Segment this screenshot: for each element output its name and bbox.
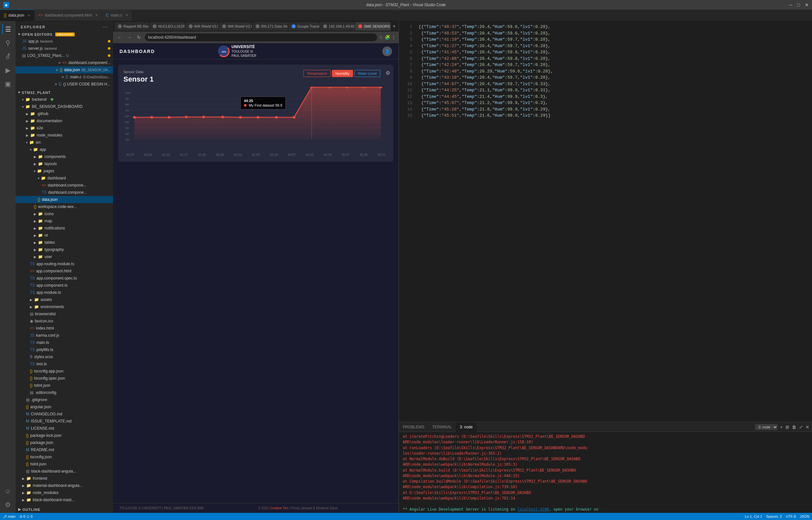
tab-close-icon[interactable]: ✕ [125, 13, 128, 17]
file-changelog[interactable]: M CHANGELOG.md [16, 411, 113, 418]
tab-data-json[interactable]: {} data.json ✕ [0, 9, 34, 21]
activity-accounts[interactable]: ☺ [2, 486, 13, 497]
file-license[interactable]: M LICENSE.md [16, 425, 113, 432]
forward-button[interactable]: → [125, 33, 133, 41]
footer-link[interactable]: Creative Tim [270, 506, 288, 510]
open-file-dashboard-html[interactable]: ✕ <> dashboard.component... [16, 59, 113, 66]
folder-black-dashboard-master[interactable]: ▶ 📁 black-dashboard-mast... [16, 496, 113, 503]
ln-col[interactable]: Ln 1, Col 1 [745, 515, 762, 518]
file-browserslist[interactable]: ▤ browserslist [16, 310, 113, 317]
back-button[interactable]: ← [116, 33, 123, 41]
open-file-log[interactable]: ▤ LOG_STM32_Plant... U [16, 52, 113, 59]
url-bar[interactable]: localhost:4200/#/dashboard [145, 33, 377, 41]
open-file-data-json[interactable]: ✕ {} data.json BE_SENSOR_DA... [16, 66, 113, 74]
file-tslint-json[interactable]: {} tslint.json [16, 382, 113, 389]
maximize-button[interactable]: □ [797, 2, 800, 7]
activity-explorer[interactable]: ☰ [2, 24, 13, 35]
browser-tab-rn171[interactable]: RN-171 Data Sheet... ✕ [252, 22, 288, 30]
close-panel-icon[interactable]: ✕ [806, 424, 809, 430]
chart-settings-icon[interactable]: ⚙ [386, 70, 390, 76]
activity-extensions[interactable]: ▣ [2, 78, 13, 89]
titlebar-icons[interactable]: ─ □ ✕ [789, 2, 809, 7]
spaces[interactable]: Spaces: 2 [766, 515, 782, 518]
folder-icons[interactable]: ▶ 📁 icons [16, 210, 113, 217]
browser-tab-sme[interactable]: SME SENSORS Da... ✕ [355, 22, 391, 30]
humidity-button[interactable]: Humidity [332, 70, 353, 77]
folder-node-modules[interactable]: ▶ 📁 node_modules [16, 132, 113, 139]
activity-search[interactable]: ⚲ [2, 37, 13, 48]
folder-tables[interactable]: ▶ 📁 tables [16, 239, 113, 246]
browser-tab-rapport[interactable]: Rapport BE Réalis... ✕ [115, 22, 149, 30]
file-dashboard-comp-html[interactable]: <> dashboard.compone... [16, 182, 113, 189]
file-package-json[interactable]: {} package.json [16, 439, 113, 446]
file-workspace[interactable]: {} workspace.code-wor... [16, 203, 113, 210]
file-tsconfig-app[interactable]: {} tsconfig.app.json [16, 368, 113, 375]
file-issue-template[interactable]: M ISSUE_TEMPLATE.md [16, 418, 113, 425]
folder-user[interactable]: ▶ 📁 user [16, 253, 113, 260]
folder-src[interactable]: ▾ 📁 src [16, 139, 113, 146]
folder-frontend[interactable]: ▶ 📁 frontend [16, 475, 113, 482]
temperature-button[interactable]: Temperature [303, 70, 331, 77]
encoding[interactable]: UTF-8 [786, 515, 796, 518]
tab-close-icon[interactable]: ✕ [28, 14, 30, 17]
extension-icon[interactable]: 🧩 [385, 35, 390, 40]
minimize-button[interactable]: ─ [789, 2, 792, 7]
tab-problems[interactable]: PROBLEMS [399, 422, 428, 432]
errors-warnings[interactable]: ⊘ 0 ⚠ 0 [20, 515, 32, 519]
folder-dashboard-pages[interactable]: ▾ 📁 dashboard [16, 175, 113, 182]
close-x-icon[interactable]: ✕ [56, 68, 58, 72]
git-branch[interactable]: ⎇ main [3, 515, 16, 519]
bookmark-icon[interactable]: ☆ [379, 35, 383, 40]
folder-backend[interactable]: ▾ 📁 backend [16, 96, 113, 103]
file-app-component-html[interactable]: <> app.component.html [16, 267, 113, 275]
file-angular-json[interactable]: {} angular.json [16, 403, 113, 411]
file-app-component-ts[interactable]: TS app.component.ts [16, 282, 113, 289]
terminal-select[interactable]: 3: node [755, 424, 778, 430]
close-x-icon[interactable]: ✕ [58, 61, 61, 65]
file-data-json-tree[interactable]: {} data.json [16, 196, 113, 203]
file-readme[interactable]: M README.md [16, 446, 113, 453]
folder-node-modules-root[interactable]: ▶ 📁 node_modules [16, 489, 113, 496]
folder-notifications[interactable]: ▶ 📁 notifications [16, 225, 113, 232]
file-tsconfig-root[interactable]: {} tsconfig.json [16, 453, 113, 461]
file-app-component-spec[interactable]: TS app.component.spec.ts [16, 275, 113, 282]
close-x-icon[interactable]: ✕ [61, 75, 64, 79]
kill-terminal-icon[interactable]: 🗑 [792, 424, 796, 430]
browser-tab-translate[interactable]: Google Translate ✕ [288, 22, 319, 30]
folder-app[interactable]: ▾ 📁 app [16, 146, 113, 153]
new-tab-button[interactable]: + [391, 22, 397, 30]
editor-content[interactable]: 1 [{"Time":"40:37","Temp":20.4,"Hum":59.… [399, 21, 812, 422]
folder-environments[interactable]: ▶ 📁 environments [16, 303, 113, 310]
file-app-module[interactable]: TS app.module.ts [16, 289, 113, 296]
browser-tab-wifi2[interactable]: Wifi Shield V2.0 -... ✕ [219, 22, 252, 30]
file-app-routing[interactable]: TS app-routing.module.ts [16, 260, 113, 267]
folder-layouts[interactable]: ▶ 📁 layouts [16, 160, 113, 167]
tab-dashboard-html[interactable]: <> dashboard.component.html ✕ [34, 9, 102, 21]
file-karma[interactable]: JS karma.conf.js [16, 332, 113, 339]
file-favicon[interactable]: ◉ favicon.ico [16, 317, 113, 325]
open-file-server-js[interactable]: JS server.js backend [16, 45, 113, 52]
file-gitignore[interactable]: ▤ .gitignore [16, 396, 113, 403]
file-editorconfig[interactable]: ▤ .editorconfig [16, 389, 113, 396]
file-polyfills[interactable]: TS polyfills.ts [16, 346, 113, 353]
activity-settings[interactable]: ⚙ [2, 499, 13, 510]
file-tslint-root[interactable]: {} tslint.json [16, 461, 113, 468]
folder-github[interactable]: ▶ 📁 .github [16, 110, 113, 117]
menu-icon[interactable]: ⋮ [391, 35, 396, 40]
file-index-html[interactable]: <> index.html [16, 325, 113, 332]
browser-tab-wifi1[interactable]: Wifi Shield V2.0 -... ✕ [186, 22, 218, 30]
activity-debug[interactable]: ▶ [2, 65, 13, 76]
folder-docs[interactable]: ▶ 📁 documentation [16, 117, 113, 125]
close-button[interactable]: ✕ [805, 2, 809, 7]
water-level-button[interactable]: Water Level [354, 70, 380, 77]
folder-typography[interactable]: ▶ 📁 typography [16, 246, 113, 253]
project-section[interactable]: ▾ STM32_PLANT [16, 89, 113, 96]
language-mode[interactable]: JSON [800, 515, 809, 518]
tab-node[interactable]: 3: node [456, 422, 476, 432]
add-terminal-icon[interactable]: + [780, 424, 783, 430]
tab-main-c[interactable]: C main.c ✕ [102, 9, 132, 21]
file-test-ts[interactable]: TS test.ts [16, 360, 113, 368]
tab-close-icon[interactable]: ✕ [95, 13, 98, 17]
activity-git[interactable]: ⚦ [2, 51, 13, 62]
file-dashboard-comp-ts[interactable]: TS dashboard.compone... [16, 189, 113, 196]
